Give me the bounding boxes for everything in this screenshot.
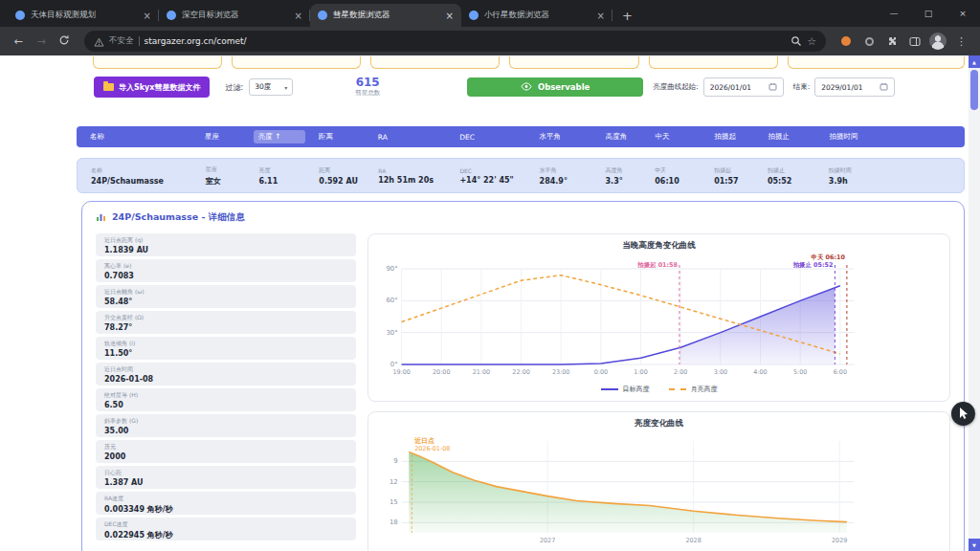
zoom-icon[interactable]	[791, 33, 802, 51]
browser-tab[interactable]: 深空目标浏览器×	[159, 4, 310, 27]
stat-card-partial	[370, 56, 500, 69]
field-value: 1.1839 AU	[104, 246, 347, 254]
stat-card-partial	[232, 56, 361, 69]
svg-text:3:00: 3:00	[714, 368, 727, 376]
column-header[interactable]: 拍摄止	[754, 132, 815, 142]
scrollbar-thumb[interactable]	[970, 70, 978, 110]
legend-line-swatch	[669, 388, 686, 390]
browser-menu-icon[interactable]: ⋮	[952, 35, 970, 48]
minimize-button[interactable]: —	[877, 0, 911, 27]
browser-window: 天体目标观测规划×深空目标浏览器×彗星数据浏览器×小行星数据浏览器× + — □…	[0, 0, 980, 551]
refresh-icon[interactable]	[56, 34, 73, 48]
svg-text:2029: 2029	[832, 537, 847, 544]
page-scrollbar[interactable]: ▲ ▼	[969, 55, 980, 551]
detail-field: 历元2000	[96, 440, 356, 463]
column-header[interactable]: 水平角	[526, 132, 592, 142]
observable-toggle-button[interactable]: Observable	[467, 77, 643, 97]
row-cell: 高度角3.3°	[592, 166, 642, 186]
floating-cursor-widget[interactable]	[951, 402, 975, 426]
new-tab-button[interactable]: +	[622, 10, 633, 22]
cell-value: 284.9°	[540, 177, 592, 186]
column-header[interactable]: 拍摄时间	[815, 132, 965, 142]
field-label: RA速度	[104, 495, 347, 503]
extension-orange-icon[interactable]	[837, 36, 855, 46]
field-label: 近日点幅角 (ω)	[104, 288, 347, 297]
scroll-up-button[interactable]: ▲	[969, 55, 980, 68]
forward-icon[interactable]: →	[33, 36, 50, 47]
field-value: 58.48°	[104, 298, 347, 306]
detail-field: 升交点黄经 (Ω)78.27°	[96, 311, 356, 334]
svg-text:90°: 90°	[386, 265, 397, 273]
legend-line-swatch	[601, 388, 618, 390]
browser-tab[interactable]: 天体目标观测规划×	[8, 4, 159, 27]
tab-close-icon[interactable]: ×	[446, 11, 454, 21]
svg-text:0:00: 0:00	[594, 368, 608, 376]
cursor-icon	[958, 405, 969, 423]
cell-value: 室女	[206, 176, 246, 187]
detail-field: 近日点时间2026-01-08	[96, 363, 356, 386]
curve-start-date-input[interactable]: 2026/01/01	[703, 77, 784, 97]
bookmark-star-icon[interactable]: ☆	[807, 36, 816, 47]
altitude-chart-canvas: 0°30°60°90°19:0020:0021:0022:0023:000:00…	[376, 252, 942, 384]
marker-label: 拍摄止 05:52	[792, 261, 834, 269]
column-header[interactable]: 名称	[77, 132, 191, 142]
curve-end-date-input[interactable]: 2029/01/01	[814, 77, 895, 97]
marker-label: 拍摄起 01:58	[636, 261, 678, 269]
cell-label: 拍摄起	[714, 166, 754, 175]
browser-tab[interactable]: 彗星数据浏览器×	[310, 4, 461, 27]
tab-close-icon[interactable]: ×	[597, 11, 605, 21]
altitude-chart-title: 当晚高度角变化曲线	[376, 240, 942, 252]
column-header[interactable]: 亮度 ↑	[245, 130, 305, 143]
brightness-chart-title: 亮度变化曲线	[376, 418, 942, 430]
close-button[interactable]: ×	[946, 0, 980, 27]
svg-text:6:00: 6:00	[834, 368, 847, 376]
chart-legend: 目标高度月亮高度	[376, 384, 942, 395]
tab-favicon-icon	[318, 11, 327, 20]
tab-close-icon[interactable]: ×	[144, 11, 151, 21]
column-header[interactable]: DEC	[446, 133, 525, 142]
brightness-chart-canvas: 9121518202720282029近日点2026-01-08	[376, 430, 942, 551]
extensions-puzzle-icon[interactable]	[883, 35, 901, 47]
svg-text:2027: 2027	[540, 537, 555, 544]
tab-title: 彗星数据浏览器	[333, 10, 440, 21]
curve-end-label: 结束:	[793, 82, 811, 92]
column-header[interactable]: 中天	[642, 132, 702, 142]
column-header[interactable]: RA	[365, 133, 446, 142]
field-label: 近日点距离 (q)	[104, 236, 347, 245]
shooting-window-shade	[679, 288, 835, 364]
legend-label: 目标高度	[623, 385, 650, 394]
import-skyx-button[interactable]: 导入Skyx彗星数据文件	[94, 77, 210, 98]
cell-label: 拍摄时间	[829, 166, 964, 175]
chart-icon	[96, 211, 106, 224]
tab-strip: 天体目标观测规划×深空目标浏览器×彗星数据浏览器×小行星数据浏览器× + — □…	[0, 0, 980, 27]
column-header[interactable]: 高度角	[592, 132, 642, 142]
page-content: 导入Skyx彗星数据文件 过滤: 30度 ▾ 615 彗星总数 Observab…	[0, 55, 969, 551]
profile-avatar[interactable]	[929, 33, 947, 50]
side-panel-icon[interactable]	[906, 36, 924, 47]
selected-comet-row[interactable]: 名称24P/Schaumasse星座室女亮度6.11距离0.592 AURA12…	[77, 158, 965, 193]
extension-ring-icon[interactable]	[860, 37, 878, 46]
cell-label: 亮度	[258, 166, 305, 175]
detail-field: 离心率 (e)0.7083	[96, 259, 356, 282]
page: 导入Skyx彗星数据文件 过滤: 30度 ▾ 615 彗星总数 Observab…	[0, 55, 980, 551]
column-header[interactable]: 拍摄起	[702, 132, 755, 142]
cell-value: 05:52	[768, 177, 815, 186]
column-header[interactable]: 星座	[191, 132, 245, 142]
svg-text:22:00: 22:00	[512, 368, 529, 376]
legend-item: 目标高度	[601, 385, 650, 394]
back-icon[interactable]: ←	[10, 36, 27, 47]
row-cell: 水平角284.9°	[526, 166, 592, 186]
window-controls: — □ ×	[877, 0, 980, 27]
stat-card-partial	[649, 56, 778, 69]
cell-value: +14° 22' 45"	[459, 176, 525, 185]
cell-label: 星座	[206, 165, 246, 174]
tab-close-icon[interactable]: ×	[295, 11, 302, 21]
url-text: stargazer.org.cn/comet/	[145, 36, 247, 46]
browser-tab[interactable]: 小行星数据浏览器×	[461, 4, 612, 27]
column-header[interactable]: 距离	[305, 132, 365, 142]
degree-filter-select[interactable]: 30度 ▾	[249, 78, 293, 96]
svg-text:9: 9	[393, 457, 397, 465]
maximize-button[interactable]: □	[911, 0, 946, 27]
scroll-down-button[interactable]: ▼	[969, 539, 980, 551]
address-bar[interactable]: 不安全 stargazer.org.cn/comet/ ☆	[84, 31, 826, 52]
